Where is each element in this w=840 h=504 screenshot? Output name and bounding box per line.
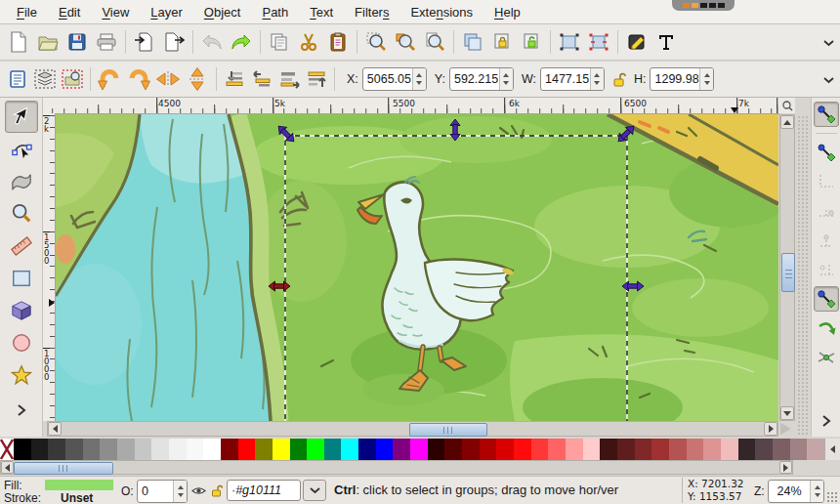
palette-swatch[interactable] — [324, 439, 342, 460]
palette-scroll-back-button[interactable] — [1, 461, 14, 474]
palette-swatch[interactable] — [255, 439, 273, 460]
palette-swatch[interactable] — [203, 439, 221, 460]
copy-button[interactable] — [265, 27, 294, 57]
toolbox-overflow[interactable] — [17, 402, 26, 420]
measure-tool[interactable] — [5, 230, 38, 262]
palette-swatch[interactable] — [169, 439, 187, 460]
opacity-spinner[interactable] — [173, 481, 187, 502]
palette-swatch[interactable] — [738, 439, 756, 460]
palette-swatch[interactable] — [221, 439, 238, 460]
new-document-button[interactable] — [4, 27, 33, 57]
rotate-ccw-button[interactable] — [95, 64, 124, 94]
menu-text[interactable]: Text — [299, 2, 344, 22]
import-button[interactable] — [130, 27, 159, 57]
select-all-layers-button[interactable] — [31, 64, 59, 94]
zoom-drawing-button[interactable] — [391, 27, 420, 57]
deselect-button[interactable] — [59, 64, 86, 94]
palette-scroll-left-button[interactable] — [824, 439, 840, 460]
zoom-tool[interactable] — [5, 197, 38, 230]
print-button[interactable] — [92, 27, 121, 57]
palette-swatch[interactable] — [531, 439, 549, 460]
scroll-up-button[interactable] — [780, 115, 794, 129]
save-document-button[interactable] — [63, 27, 92, 57]
ungroup-button[interactable] — [584, 27, 613, 57]
vertical-scroll-thumb[interactable] — [781, 253, 795, 292]
select-all-button[interactable] — [4, 64, 31, 94]
y-input[interactable]: 592.215 — [449, 67, 514, 91]
palette-swatch[interactable] — [566, 439, 583, 460]
opacity-input[interactable]: 0 — [137, 480, 188, 503]
h-spinner[interactable] — [699, 68, 713, 90]
rotate-cw-button[interactable] — [124, 64, 153, 94]
x-input[interactable]: 5065.05 — [362, 67, 427, 91]
palette-scroll-thumb[interactable] — [14, 462, 113, 475]
scroll-down-button[interactable] — [780, 406, 794, 420]
palette-swatch[interactable] — [187, 439, 204, 460]
menu-filters[interactable]: Filters — [344, 2, 399, 22]
palette-swatch[interactable] — [790, 439, 808, 460]
ruler-horizontal[interactable]: 4500 5k 5500 6k 6500 7k — [43, 98, 779, 114]
palette-swatch[interactable] — [514, 439, 531, 460]
snap-bbox-edges-button[interactable] — [814, 169, 839, 194]
snap-bbox-corners-button[interactable] — [814, 198, 839, 224]
canvas[interactable] — [56, 114, 778, 421]
w-input[interactable]: 1477.15 — [540, 67, 605, 91]
flip-horizontal-button[interactable] — [153, 64, 183, 94]
flip-vertical-button[interactable] — [183, 64, 212, 94]
ellipse-tool[interactable] — [5, 326, 38, 358]
duplicate-button[interactable] — [458, 27, 487, 57]
palette-swatch[interactable] — [290, 439, 308, 460]
snap-enabled-button[interactable] — [814, 102, 839, 127]
palette-swatch[interactable] — [48, 439, 65, 460]
x-spinner[interactable] — [412, 68, 426, 90]
snap-paths-button[interactable] — [814, 315, 839, 341]
fill-swatch[interactable] — [45, 480, 113, 490]
palette-scroll-fwd-button[interactable] — [779, 461, 792, 474]
star-tool[interactable] — [5, 358, 38, 391]
ruler-vertical[interactable]: 2k 1500 1000 — [43, 113, 56, 421]
tool-options-overflow[interactable] — [823, 70, 834, 88]
export-button[interactable] — [159, 27, 189, 57]
snap-nodes-button[interactable] — [814, 286, 839, 312]
palette-swatch[interactable] — [31, 439, 49, 460]
redo-button[interactable] — [227, 27, 256, 57]
h-input[interactable]: 1299.98 — [650, 67, 714, 91]
palette-swatch[interactable] — [807, 439, 824, 460]
text-editor-button[interactable] — [651, 27, 681, 57]
palette-swatch[interactable] — [410, 439, 428, 460]
snap-toolbar-overflow[interactable] — [821, 413, 831, 431]
palette-swatch[interactable] — [703, 439, 721, 460]
snap-bounding-box-button[interactable] — [814, 140, 839, 165]
palette-swatch[interactable] — [83, 439, 101, 460]
palette-scrollbar[interactable] — [0, 460, 793, 475]
palette-swatch[interactable] — [773, 439, 790, 460]
menu-extensions[interactable]: Extensions — [399, 2, 483, 22]
unlink-clone-button[interactable] — [517, 27, 546, 57]
palette-swatch[interactable] — [651, 439, 669, 460]
palette-swatch[interactable] — [669, 439, 687, 460]
w-spinner[interactable] — [590, 68, 604, 90]
tweak-tool[interactable] — [5, 165, 38, 197]
palette-swatch[interactable] — [151, 439, 169, 460]
menu-view[interactable]: View — [91, 2, 140, 22]
palette-swatch[interactable] — [635, 439, 652, 460]
cut-button[interactable] — [294, 27, 323, 57]
palette-swatch[interactable] — [687, 439, 704, 460]
scroll-left-button[interactable] — [48, 422, 62, 436]
palette-swatch[interactable] — [65, 439, 83, 460]
palette-swatch[interactable] — [755, 439, 773, 460]
zoom-spinner[interactable] — [810, 481, 823, 502]
menu-path[interactable]: Path — [251, 2, 299, 22]
palette-swatch[interactable] — [428, 439, 445, 460]
palette-swatch[interactable] — [307, 439, 324, 460]
menu-layer[interactable]: Layer — [140, 2, 193, 22]
raise-to-top-button[interactable] — [303, 64, 330, 94]
palette-swatch[interactable] — [14, 439, 31, 460]
horizontal-scroll-thumb[interactable] — [409, 423, 487, 437]
paste-button[interactable] — [323, 27, 353, 57]
zoom-page-button[interactable] — [420, 27, 449, 57]
zoom-corner-widget[interactable] — [779, 98, 795, 113]
palette-swatch[interactable] — [496, 439, 514, 460]
fill-stroke-dialog-button[interactable] — [622, 27, 651, 57]
command-toolbar-overflow[interactable] — [823, 33, 834, 51]
